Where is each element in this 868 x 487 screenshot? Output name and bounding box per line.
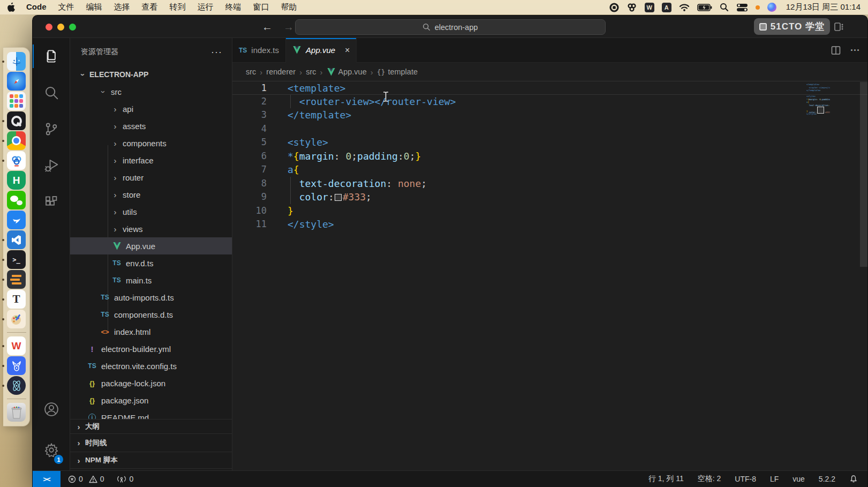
menu-item-2[interactable]: 编辑 bbox=[80, 2, 108, 11]
activity-settings-icon[interactable]: 1 bbox=[33, 430, 70, 470]
code-line-2[interactable]: 2 <router-view></router-view> bbox=[232, 95, 867, 109]
status-encoding[interactable]: UTF-8 bbox=[735, 475, 756, 483]
tree-item-interface[interactable]: ›interface bbox=[70, 152, 232, 169]
dock-item-sublime-text[interactable] bbox=[7, 270, 26, 289]
hbuilderx-icon[interactable]: H bbox=[7, 171, 26, 190]
paint-app-icon[interactable] bbox=[7, 310, 26, 328]
tree-item-views[interactable]: ›views bbox=[70, 220, 232, 237]
menu-item-1[interactable]: 文件 bbox=[52, 2, 80, 11]
menu-item-4[interactable]: 查看 bbox=[136, 2, 164, 11]
record-icon[interactable] bbox=[609, 3, 619, 12]
tree-item-store[interactable]: ›store bbox=[70, 186, 232, 203]
tree-item-index.html[interactable]: <>index.html bbox=[70, 323, 232, 340]
dock-item-paint-app[interactable] bbox=[7, 310, 26, 328]
tree-item-assets[interactable]: ›assets bbox=[70, 117, 232, 134]
tree-item-components[interactable]: ›components bbox=[70, 134, 232, 152]
breadcrumb-item-template[interactable]: {}template bbox=[377, 68, 418, 76]
navigate-back-button[interactable]: ← bbox=[262, 21, 273, 33]
tab-index-ts[interactable]: TSindex.ts bbox=[232, 38, 286, 62]
tree-item-App.vue[interactable]: App.vue bbox=[70, 237, 232, 254]
code-line-6[interactable]: 6*{margin: 0;padding:0;} bbox=[232, 149, 867, 163]
chrome-icon[interactable] bbox=[7, 131, 26, 150]
breadcrumb-item-src[interactable]: src bbox=[246, 68, 256, 76]
dock-item-finder[interactable] bbox=[7, 52, 26, 71]
breadcrumb-item-src[interactable]: src bbox=[306, 68, 316, 76]
menu-item-3[interactable]: 选择 bbox=[108, 2, 136, 11]
launchpad-icon[interactable] bbox=[7, 92, 26, 110]
dock-item-safari[interactable] bbox=[7, 72, 26, 91]
minimap[interactable]: 1<template>2 <router-view></router-view>… bbox=[806, 83, 830, 116]
remote-indicator[interactable]: >< bbox=[33, 471, 61, 487]
dingtalk-icon[interactable] bbox=[7, 211, 26, 229]
section-timeline[interactable]: ›时间线 bbox=[70, 433, 232, 452]
wechat-icon[interactable] bbox=[7, 191, 26, 209]
activity-source-control-icon[interactable] bbox=[33, 111, 70, 147]
dock-item-launchpad[interactable] bbox=[7, 92, 26, 110]
dock-item-dingtalk[interactable] bbox=[7, 211, 26, 229]
code-line-4[interactable]: 4 bbox=[232, 122, 867, 136]
activity-accounts-icon[interactable] bbox=[33, 389, 70, 430]
deer-app-icon[interactable] bbox=[7, 356, 26, 375]
electron-app-icon[interactable] bbox=[7, 376, 26, 395]
code-line-5[interactable]: 5<style> bbox=[232, 136, 867, 149]
activity-explorer-icon[interactable] bbox=[33, 38, 70, 74]
code-line-8[interactable]: 8 text-decoration: none; bbox=[232, 177, 867, 191]
section-outline[interactable]: ›大纲 bbox=[70, 419, 232, 433]
notifications-bell-icon[interactable] bbox=[849, 475, 858, 483]
close-window-button[interactable] bbox=[46, 24, 52, 31]
dock-item-chrome[interactable] bbox=[7, 131, 26, 150]
finder-icon[interactable] bbox=[7, 52, 26, 71]
dock-item-electron-app[interactable] bbox=[7, 376, 26, 395]
code-editor[interactable]: 1<template>2 <router-view></router-view>… bbox=[232, 81, 867, 470]
battery-icon[interactable] bbox=[697, 3, 712, 12]
dock-item-terminal[interactable]: >_ bbox=[7, 250, 26, 269]
circles-app-icon[interactable] bbox=[7, 151, 26, 170]
quicktime-icon[interactable] bbox=[7, 111, 26, 130]
sublime-text-icon[interactable] bbox=[7, 270, 26, 289]
spotlight-icon[interactable] bbox=[720, 3, 729, 12]
tree-item-package-lock.json[interactable]: {}package-lock.json bbox=[70, 374, 232, 392]
activity-extensions-icon[interactable] bbox=[33, 184, 70, 220]
apple-menu-icon[interactable] bbox=[7, 3, 15, 12]
explorer-more-actions-button[interactable]: ··· bbox=[211, 47, 222, 58]
tab-App-vue[interactable]: App.vue× bbox=[286, 38, 357, 63]
menu-item-5[interactable]: 转到 bbox=[164, 2, 192, 11]
menu-item-8[interactable]: 窗口 bbox=[247, 2, 275, 11]
dock-item-quicktime[interactable] bbox=[7, 111, 26, 130]
status-indentation[interactable]: 空格: 2 bbox=[698, 474, 721, 484]
menu-item-9[interactable]: 帮助 bbox=[275, 2, 303, 11]
tree-item-utils[interactable]: ›utils bbox=[70, 203, 232, 220]
code-line-3[interactable]: 3</template> bbox=[232, 108, 867, 122]
command-center-search[interactable]: electron-app bbox=[295, 19, 606, 35]
code-line-10[interactable]: 10} bbox=[232, 204, 867, 218]
status-vue-version[interactable]: 5.2.2 bbox=[819, 475, 835, 483]
status-eol[interactable]: LF bbox=[770, 475, 779, 483]
terminal-icon[interactable]: >_ bbox=[7, 250, 26, 269]
input-method-icon[interactable]: A bbox=[662, 3, 671, 12]
tree-item-env.d.ts[interactable]: TSenv.d.ts bbox=[70, 254, 232, 272]
activity-run-debug-icon[interactable] bbox=[33, 147, 70, 184]
code-line-9[interactable]: 9 color:#333; bbox=[232, 190, 867, 204]
tree-item-electron.vite.config.ts[interactable]: TSelectron.vite.config.ts bbox=[70, 357, 232, 374]
dock-item-deer-app[interactable] bbox=[7, 356, 26, 375]
wifi-icon[interactable] bbox=[679, 3, 690, 12]
breadcrumb-item-App.vue[interactable]: App.vue bbox=[327, 68, 367, 76]
tree-item-package.json[interactable]: {}package.json bbox=[70, 392, 232, 409]
zoom-window-button[interactable] bbox=[69, 24, 76, 31]
tree-item-electron-builder.yml[interactable]: !electron-builder.yml bbox=[70, 340, 232, 357]
dock-item-textedit[interactable]: T bbox=[7, 290, 26, 309]
dock-item-wechat[interactable] bbox=[7, 191, 26, 209]
menu-app[interactable]: Code bbox=[20, 2, 52, 11]
dock-item-circles-app[interactable] bbox=[7, 151, 26, 170]
navigate-forward-button[interactable]: → bbox=[283, 21, 294, 33]
status-cursor-position[interactable]: 行 1, 列 11 bbox=[648, 474, 684, 484]
tree-item-router[interactable]: ›router bbox=[70, 169, 232, 186]
cluster-icon[interactable] bbox=[627, 3, 637, 12]
tree-item-api[interactable]: ›api bbox=[70, 100, 232, 117]
close-icon[interactable]: × bbox=[345, 46, 350, 55]
code-line-7[interactable]: 7a{ bbox=[232, 163, 867, 177]
wps-tray-icon[interactable]: W bbox=[645, 3, 654, 12]
wps-office-icon[interactable]: W bbox=[7, 336, 26, 355]
more-actions-icon[interactable]: ··· bbox=[850, 45, 860, 56]
dock-item-wps-office[interactable]: W bbox=[7, 336, 26, 355]
